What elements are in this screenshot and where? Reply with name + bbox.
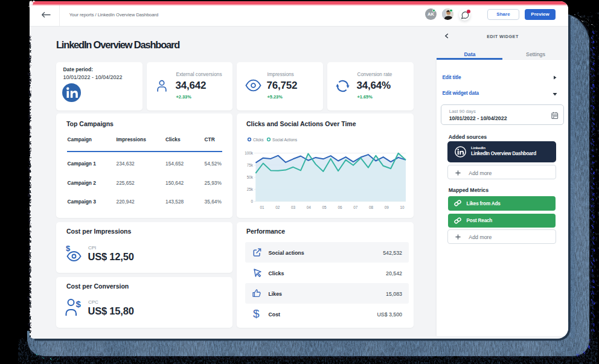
svg-text:09: 09 xyxy=(385,205,389,209)
svg-text:$: $ xyxy=(66,244,71,253)
svg-text:100k: 100k xyxy=(245,151,254,155)
svg-text:10: 10 xyxy=(400,205,405,209)
svg-text:05: 05 xyxy=(322,205,327,209)
svg-text:07: 07 xyxy=(353,205,358,209)
svg-text:50k: 50k xyxy=(247,175,254,179)
svg-text:$: $ xyxy=(75,299,81,309)
svg-text:01: 01 xyxy=(260,205,264,209)
svg-text:Social Actions: Social Actions xyxy=(272,137,298,141)
svg-text:06: 06 xyxy=(338,205,342,209)
svg-text:04: 04 xyxy=(307,205,312,209)
svg-text:$: $ xyxy=(253,307,260,320)
svg-text:0: 0 xyxy=(251,199,253,203)
svg-text:08: 08 xyxy=(369,205,374,209)
svg-text:Clicks: Clicks xyxy=(253,137,264,141)
svg-text:03: 03 xyxy=(291,205,296,209)
svg-text:25k: 25k xyxy=(247,187,254,191)
svg-text:75k: 75k xyxy=(247,163,254,167)
svg-text:02: 02 xyxy=(275,205,280,209)
